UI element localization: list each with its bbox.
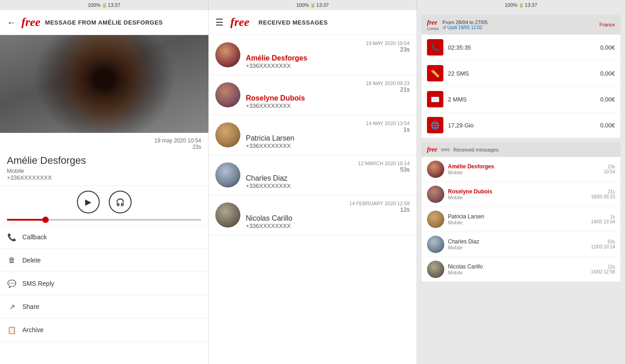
player-section: ▶ 🎧 — [0, 186, 208, 226]
mini-content: Nicolas Carillo Mobile — [448, 263, 587, 275]
battery-icon-2: 🔋 — [310, 3, 315, 8]
message-duration: 23s — [7, 144, 201, 150]
archive-action[interactable]: 📋 Archive — [0, 318, 208, 342]
msg-duration: 1s — [246, 126, 410, 133]
sms-reply-action[interactable]: 💬 SMS Reply — [0, 272, 208, 295]
conso-row-data: 🌐 17,29 Gio 0,00€ — [422, 112, 620, 138]
sender-phone: +336XXXXXXXX — [246, 102, 410, 109]
calls-icon-box: 📞 — [427, 39, 443, 56]
conso-header-info: From 28/04 to 27/05 ↺ Updt 19/05 12:02 — [442, 20, 488, 30]
share-label: Share — [22, 303, 39, 310]
time-2: 13:37 — [316, 2, 329, 8]
mini-list-item[interactable]: Patricia Larsen Mobile 1s 14/05 13:54 — [422, 207, 620, 232]
time-3: 13:37 — [525, 2, 538, 8]
mini-meta: 21s 18/05 09:23 — [591, 189, 615, 199]
received-card: free SMS Received messages Amélie Desfor… — [422, 142, 620, 282]
mini-time: 18/05 09:23 — [591, 194, 615, 199]
contact-photo — [0, 35, 208, 133]
list-item[interactable]: 14 MAY 2020 13:54 1s Patricia Larsen +33… — [208, 115, 417, 155]
mini-content: Roselyne Dubois Mobile — [448, 188, 587, 200]
msg-date: 18 MAY 2020 09:23 — [246, 81, 410, 86]
sms-sub-label: SMS — [441, 147, 450, 152]
msg-duration: 12s — [246, 206, 410, 213]
mini-duration: 23s — [604, 164, 615, 169]
list-item[interactable]: 14 FEBRUARY 2020 12:58 12s Nicolas Caril… — [208, 195, 417, 235]
free-logo-sms: free — [427, 146, 437, 153]
battery-percent-3: 100% — [505, 2, 518, 8]
status-bar-row: 100% 🔋 13:37 100% 🔋 13:37 100% 🔋 13:37 — [0, 0, 625, 10]
mini-meta: 1s 14/05 13:54 — [591, 214, 615, 224]
msg-date: 12 MARCH 2020 10:14 — [246, 161, 410, 166]
message-info: 19 may 2020 10:54 23s — [0, 133, 208, 152]
mini-meta: 12s 14/02 12:58 — [591, 264, 615, 274]
avatar — [215, 122, 240, 147]
msg-duration: 23s — [246, 46, 410, 53]
conso-row-sms: ✏️ 22 SMS 0,00€ — [422, 61, 620, 86]
conso-date-range: From 28/04 to 27/05 — [442, 20, 488, 25]
mini-content: Amélie Desforges Mobile — [448, 163, 600, 175]
sender-phone: +336XXXXXXXX — [246, 142, 410, 149]
callback-label: Callback — [22, 233, 47, 241]
message-content: 12 MARCH 2020 10:14 53s Charles Diaz +33… — [246, 161, 410, 189]
mini-list-item[interactable]: Nicolas Carillo Mobile 12s 14/02 12:58 — [422, 257, 620, 282]
mini-avatar — [427, 161, 444, 178]
message-meta: 14 MAY 2020 13:54 1s — [246, 121, 410, 133]
pencil-icon: ✏️ — [431, 69, 440, 78]
avatar — [215, 42, 240, 67]
list-item[interactable]: 19 MAY 2020 10:54 23s Amélie Desforges +… — [208, 35, 417, 75]
progress-fill — [7, 219, 46, 221]
progress-bar[interactable] — [7, 219, 201, 221]
archive-label: Archive — [22, 326, 44, 334]
headphone-button[interactable]: 🎧 — [109, 191, 132, 213]
mini-duration: 1s — [591, 214, 615, 219]
sender-name: Roselyne Dubois — [246, 94, 410, 102]
menu-button[interactable]: ☰ — [215, 17, 224, 28]
mini-avatar — [427, 186, 444, 203]
action-list: 📞 Callback 🗑 Delete 💬 SMS Reply ↗ Share … — [0, 226, 208, 342]
play-button[interactable]: ▶ — [77, 191, 100, 213]
mini-label: Mobile — [448, 170, 600, 175]
player-controls: ▶ 🎧 — [77, 191, 132, 213]
panel2-header: ☰ free RECEIVED MESSAGES — [208, 10, 417, 35]
mini-name: Roselyne Dubois — [448, 188, 587, 195]
status-bar-3: 100% 🔋 13:37 — [417, 0, 625, 10]
panel-message: ← free MESSAGE FROM AMÉLIE DESFORGES 19 … — [0, 10, 208, 364]
mini-meta: 23s 10:54 — [604, 164, 615, 174]
mini-duration: 53s — [591, 239, 615, 244]
mini-name: Patricia Larsen — [448, 213, 587, 220]
data-label: 17,29 Gio — [448, 122, 595, 129]
msg-duration: 53s — [246, 166, 410, 173]
message-content: 14 MAY 2020 13:54 1s Patricia Larsen +33… — [246, 121, 410, 149]
conso-card: free Conso From 28/04 to 27/05 ↺ Updt 19… — [422, 15, 620, 138]
message-meta: 18 MAY 2020 09:23 21s — [246, 81, 410, 93]
time-1: 13:37 — [108, 2, 121, 8]
list-item[interactable]: 18 MAY 2020 09:23 21s Roselyne Dubois +3… — [208, 75, 417, 115]
conso-row-mms: ✉️ 2 MMS 0,00€ — [422, 86, 620, 112]
mini-label: Mobile — [448, 220, 587, 225]
data-icon-box: 🌐 — [427, 117, 443, 133]
status-bar-2: 100% 🔋 13:37 — [208, 0, 417, 10]
msg-date: 14 FEBRUARY 2020 12:58 — [246, 201, 410, 206]
mini-list-item[interactable]: Amélie Desforges Mobile 23s 10:54 — [422, 157, 620, 182]
share-action[interactable]: ↗ Share — [0, 295, 208, 318]
conso-row-calls: 📞 02:35:35 0,00€ — [422, 35, 620, 61]
message-meta: 14 FEBRUARY 2020 12:58 12s — [246, 201, 410, 213]
received-card-header: free SMS Received messages — [422, 142, 620, 157]
list-item[interactable]: 12 MARCH 2020 10:14 53s Charles Diaz +33… — [208, 155, 417, 195]
free-logo-p2: free — [230, 15, 249, 29]
globe-icon: 🌐 — [431, 121, 440, 130]
sender-name: Patricia Larsen — [246, 134, 410, 142]
mini-list-item[interactable]: Roselyne Dubois Mobile 21s 18/05 09:23 — [422, 182, 620, 207]
back-button[interactable]: ← — [7, 17, 16, 28]
delete-icon: 🗑 — [7, 255, 17, 265]
mini-duration: 21s — [591, 189, 615, 194]
mini-list-item[interactable]: Charles Diaz Mobile 53s 12/03 10:14 — [422, 232, 620, 257]
callback-action[interactable]: 📞 Callback — [0, 226, 208, 249]
avatar — [215, 202, 240, 228]
sms-icon: 💬 — [7, 278, 17, 288]
mini-avatar — [427, 211, 444, 228]
sender-phone: +336XXXXXXXX — [246, 62, 410, 69]
mini-name: Charles Diaz — [448, 238, 587, 245]
status-bar-1: 100% 🔋 13:37 — [0, 0, 208, 10]
delete-action[interactable]: 🗑 Delete — [0, 249, 208, 272]
